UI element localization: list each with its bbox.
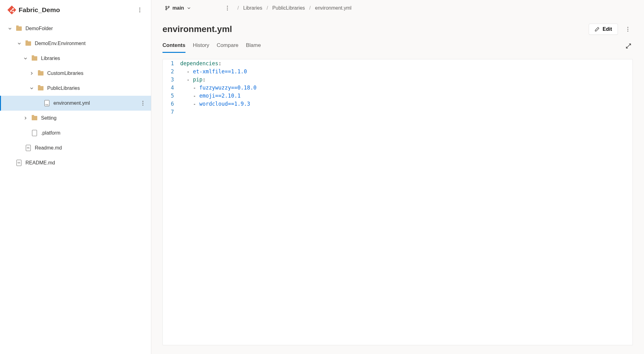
- tree-label: Libraries: [41, 56, 147, 61]
- file-tree-sidebar: Fabric_Demo DemoFolder DemoEnv.Environme…: [0, 0, 151, 354]
- yml-file-icon: [44, 100, 49, 106]
- tree-folder-customlibraries[interactable]: CustomLibraries: [0, 66, 151, 81]
- svg-point-14: [628, 31, 628, 32]
- chevron-right-icon: [27, 71, 37, 76]
- app-root: Fabric_Demo DemoFolder DemoEnv.Environme…: [0, 0, 644, 354]
- fullscreen-button[interactable]: [624, 42, 633, 50]
- tab-compare[interactable]: Compare: [217, 42, 239, 53]
- tree-label: README.md: [25, 160, 147, 166]
- folder-icon: [38, 71, 43, 76]
- breadcrumb-environment-yml[interactable]: environment.yml: [315, 5, 351, 11]
- repo-title-wrap: Fabric_Demo: [9, 6, 135, 14]
- branch-name: main: [172, 5, 184, 11]
- tree-folder-setting[interactable]: Setting: [0, 111, 151, 126]
- markdown-file-icon: [26, 145, 31, 151]
- line-number: 7: [163, 108, 178, 116]
- tree-file-readme-lower[interactable]: Readme.md: [0, 140, 151, 155]
- line-number: 1: [163, 59, 178, 67]
- code-table: 1 dependencies: 2 - et-xmlfile==1.1.0 3 …: [163, 59, 633, 116]
- git-icon: [7, 6, 16, 14]
- svg-point-5: [143, 105, 144, 106]
- svg-point-13: [628, 29, 628, 30]
- folder-icon: [16, 26, 22, 31]
- tree-folder-demoenv[interactable]: DemoEnv.Environment: [0, 36, 151, 51]
- code-line: 4 - fuzzywuzzy==0.18.0: [163, 84, 633, 92]
- chevron-down-icon: [5, 26, 15, 31]
- breadcrumb-libraries[interactable]: Libraries: [243, 5, 262, 11]
- tree-label: .platform: [41, 130, 147, 136]
- markdown-file-icon: [16, 160, 21, 166]
- tab-contents[interactable]: Contents: [162, 42, 185, 53]
- branch-picker[interactable]: main: [162, 4, 194, 12]
- tree-file-platform[interactable]: .platform: [0, 126, 151, 140]
- line-number: 3: [163, 76, 178, 84]
- breadcrumb-publiclibraries[interactable]: PublicLibraries: [272, 5, 305, 11]
- tree-label: DemoEnv.Environment: [35, 41, 147, 46]
- svg-point-10: [227, 8, 228, 9]
- file-more-button[interactable]: [623, 24, 633, 34]
- svg-point-3: [143, 101, 144, 102]
- repo-header: Fabric_Demo: [0, 0, 151, 20]
- svg-point-6: [166, 6, 167, 7]
- tree-label: CustomLibraries: [47, 71, 147, 76]
- svg-point-2: [139, 11, 140, 12]
- main-content: main / Libraries / PublicLibraries / env…: [151, 0, 644, 354]
- folder-icon: [38, 86, 43, 90]
- topbar: main / Libraries / PublicLibraries / env…: [151, 0, 644, 16]
- breadcrumb-sep: /: [267, 5, 268, 11]
- breadcrumb-sep: /: [309, 5, 311, 11]
- repo-more-button[interactable]: [135, 5, 145, 15]
- code-line: 3 - pip:: [163, 76, 633, 84]
- chevron-down-icon: [14, 41, 24, 46]
- svg-point-1: [139, 9, 140, 10]
- tree-file-environment-yml[interactable]: environment.yml: [0, 96, 151, 111]
- file-icon: [32, 130, 37, 136]
- svg-point-4: [143, 103, 144, 104]
- tree-folder-demofolder[interactable]: DemoFolder: [0, 21, 151, 36]
- tree-label: Setting: [41, 115, 147, 121]
- expand-icon: [626, 43, 631, 49]
- tree-label: environment.yml: [53, 100, 139, 106]
- tab-blame[interactable]: Blame: [246, 42, 261, 53]
- code-line: 5 - emoji==2.10.1: [163, 92, 633, 100]
- tab-history[interactable]: History: [193, 42, 209, 53]
- tree-label: DemoFolder: [25, 26, 147, 31]
- edit-button-label: Edit: [603, 26, 612, 32]
- code-line: 2 - et-xmlfile==1.1.0: [163, 67, 633, 76]
- svg-point-9: [227, 6, 228, 7]
- line-number: 2: [163, 67, 178, 76]
- tree-folder-libraries[interactable]: Libraries: [0, 51, 151, 66]
- edit-button[interactable]: Edit: [589, 24, 618, 35]
- code-line: 6 - wordcloud==1.9.3: [163, 100, 633, 108]
- svg-point-11: [227, 10, 228, 11]
- folder-icon: [32, 116, 37, 120]
- svg-point-7: [166, 9, 167, 10]
- tree-label: PublicLibraries: [47, 85, 147, 91]
- code-line: 1 dependencies:: [163, 59, 633, 67]
- tree-folder-publiclibraries[interactable]: PublicLibraries: [0, 81, 151, 96]
- folder-icon: [25, 41, 31, 46]
- code-line: 7: [163, 108, 633, 116]
- svg-point-8: [168, 6, 169, 7]
- chevron-down-icon: [186, 6, 191, 11]
- branch-icon: [165, 6, 170, 11]
- file-tree: DemoFolder DemoEnv.Environment Libraries…: [0, 20, 151, 172]
- tree-row-more-button[interactable]: [139, 99, 147, 108]
- file-header: environment.yml Edit: [151, 16, 644, 35]
- line-number: 5: [163, 92, 178, 100]
- breadcrumb: / Libraries / PublicLibraries / environm…: [237, 5, 351, 11]
- pencil-icon: [595, 27, 600, 32]
- svg-point-12: [628, 27, 628, 28]
- tree-file-readme-upper[interactable]: README.md: [0, 155, 151, 170]
- breadcrumb-sep: /: [237, 5, 239, 11]
- chevron-down-icon: [21, 56, 30, 61]
- file-title: environment.yml: [162, 24, 589, 34]
- chevron-down-icon: [27, 86, 37, 91]
- repo-name: Fabric_Demo: [19, 6, 60, 14]
- file-tabs: Contents History Compare Blame: [151, 35, 644, 53]
- code-editor[interactable]: 1 dependencies: 2 - et-xmlfile==1.1.0 3 …: [162, 59, 633, 345]
- tree-label: Readme.md: [35, 145, 147, 151]
- chevron-right-icon: [21, 116, 30, 121]
- folder-icon: [32, 56, 37, 61]
- topbar-more-button[interactable]: [222, 3, 232, 13]
